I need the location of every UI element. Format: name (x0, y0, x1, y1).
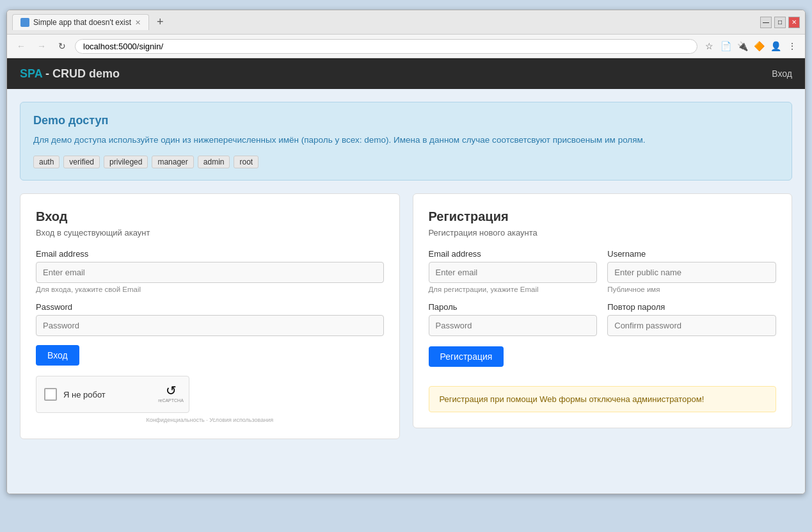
maximize-button[interactable]: □ (774, 17, 786, 28)
register-password-group: Пароль (429, 302, 598, 336)
login-card: Вход Вход в существующий акаунт Email ad… (20, 193, 400, 439)
register-password-input[interactable] (429, 315, 598, 336)
register-email-hint: Для регистрации, укажите Email (429, 286, 598, 293)
browser-tab[interactable]: Simple app that doesn't exist ✕ (12, 14, 149, 30)
register-confirm-group: Повтор пароля (607, 302, 776, 336)
app-brand: SPA - CRUD demo (20, 67, 120, 81)
captcha-footer: Конфиденциальность · Условия использован… (36, 417, 384, 423)
register-email-group: Email address Для регистрации, укажите E… (429, 249, 598, 293)
forward-button[interactable]: → (34, 38, 49, 54)
register-email-label: Email address (429, 249, 598, 259)
captcha-box: Я не робот ↺ reCAPTCHA (36, 376, 189, 413)
login-submit-button[interactable]: Вход (36, 345, 79, 366)
register-username-label: Username (607, 249, 776, 259)
register-username-group: Username Публичное имя (607, 249, 776, 293)
captcha-checkbox[interactable] (44, 388, 57, 401)
register-card: Регистрация Регистрация нового акаунта E… (413, 193, 793, 428)
register-grid: Email address Для регистрации, укажите E… (429, 249, 777, 336)
login-password-input[interactable] (36, 315, 384, 336)
demo-badge: verified (63, 156, 100, 168)
register-email-input[interactable] (429, 262, 598, 283)
account-icon[interactable]: 👤 (769, 40, 782, 52)
captcha-brand-label: reCAPTCHA (158, 398, 184, 403)
demo-badge: privileged (104, 156, 148, 168)
register-card-subtitle: Регистрация нового акаунта (429, 228, 777, 238)
tab-close-button[interactable]: ✕ (135, 19, 141, 27)
brand-spa: SPA (20, 67, 42, 80)
captcha-logo: ↺ reCAPTCHA (161, 384, 181, 405)
minimize-button[interactable]: — (760, 17, 772, 28)
menu-icon[interactable]: ⋮ (786, 40, 799, 52)
login-card-title: Вход (36, 209, 384, 224)
login-email-input[interactable] (36, 262, 384, 283)
address-bar: ← → ↻ ☆ 📄 🔌 🔶 👤 ⋮ (7, 35, 805, 58)
address-input[interactable] (75, 39, 697, 54)
login-password-label: Password (36, 302, 384, 312)
brand-rest: - CRUD demo (45, 67, 120, 80)
pdf-icon[interactable]: 📄 (719, 40, 732, 52)
bookmark-icon[interactable]: ☆ (703, 40, 715, 52)
register-username-input[interactable] (607, 262, 776, 283)
captcha-label: Я не робот (63, 390, 106, 399)
login-email-hint: Для входа, укажите свой Email (36, 286, 384, 293)
demo-badge: auth (33, 156, 60, 168)
app-navbar: SPA - CRUD demo Вход (7, 58, 805, 89)
recaptcha-icon: ↺ (166, 384, 177, 397)
browser-titlebar: Simple app that doesn't exist ✕ + — □ ✕ (7, 10, 805, 35)
demo-badges: authverifiedprivilegedmanageradminroot (33, 156, 779, 168)
demo-badge: root (234, 156, 259, 168)
register-buttons: Регистрация (429, 346, 777, 377)
cards-row: Вход Вход в существующий акаунт Email ad… (20, 193, 792, 439)
demo-title: Demo доступ (33, 114, 779, 127)
close-button[interactable]: ✕ (788, 17, 800, 28)
nav-login-link[interactable]: Вход (772, 69, 792, 79)
captcha-container: Я не робот ↺ reCAPTCHA Конфиденциальност… (36, 376, 384, 423)
login-email-group: Email address Для входа, укажите свой Em… (36, 249, 384, 293)
captcha-left: Я не робот (44, 388, 106, 401)
demo-badge: admin (198, 156, 230, 168)
register-confirm-input[interactable] (607, 315, 776, 336)
toolbar-icons: ☆ 📄 🔌 🔶 👤 ⋮ (703, 40, 799, 52)
extension-icon[interactable]: 🔌 (736, 40, 749, 52)
reload-button[interactable]: ↻ (54, 38, 70, 54)
register-card-title: Регистрация (429, 209, 777, 224)
register-confirm-label: Повтор пароля (607, 302, 776, 312)
register-password-label: Пароль (429, 302, 598, 312)
app-main: Demo доступ Для демо доступа используйте… (7, 89, 805, 452)
demo-description: Для демо доступа используйте один из ниж… (33, 134, 779, 147)
new-tab-button[interactable]: + (153, 15, 168, 29)
window-controls: — □ ✕ (760, 17, 800, 28)
ext2-icon[interactable]: 🔶 (752, 40, 765, 52)
back-button[interactable]: ← (13, 38, 29, 54)
register-username-hint: Публичное имя (607, 286, 776, 293)
tab-title: Simple app that doesn't exist (33, 18, 131, 27)
register-submit-button[interactable]: Регистрация (429, 346, 504, 367)
demo-block: Demo доступ Для демо доступа используйте… (20, 102, 792, 181)
demo-badge: manager (152, 156, 193, 168)
app-content: SPA - CRUD demo Вход Demo доступ Для дем… (7, 58, 805, 494)
login-email-label: Email address (36, 249, 384, 259)
login-password-group: Password (36, 302, 384, 336)
login-card-subtitle: Вход в существующий акаунт (36, 228, 384, 238)
register-warning: Регистрация при помощи Web формы отключе… (429, 386, 777, 412)
tab-favicon (20, 18, 29, 27)
